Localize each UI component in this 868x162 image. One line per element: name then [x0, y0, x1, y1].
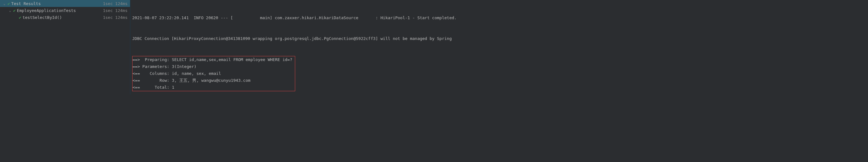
test-root-row[interactable]: ⌄ ✔ Test Results 1sec 124ms [0, 0, 130, 7]
test-root-label: Test Results [11, 1, 41, 6]
test-results-panel: ⌄ ✔ Test Results 1sec 124ms ⌄ ✔ Employee… [0, 0, 130, 94]
console-output[interactable]: 2021-08-07 23:22:20.141 INFO 20620 --- [… [130, 0, 868, 94]
console-line: JDBC Connection [HikariProxyConnection@3… [132, 35, 866, 42]
test-method-time: 1sec 124ms [103, 15, 127, 20]
test-method-label: testSelectById() [23, 15, 62, 20]
sql-debug-box: ==> Preparing: SELECT id,name,sex,email … [132, 56, 866, 91]
test-suite-label: EmployeeApplicationTests [17, 8, 76, 13]
console-line: 2021-08-07 23:22:20.141 INFO 20620 --- [… [132, 15, 866, 21]
chevron-down-icon[interactable]: ⌄ [8, 8, 12, 12]
console-line: <== Columns: id, name, sex, email [132, 71, 221, 76]
test-root-time: 1sec 124ms [103, 1, 127, 6]
check-icon: ✔ [19, 15, 21, 20]
test-method-row[interactable]: ✔ testSelectById() 1sec 124ms [0, 14, 130, 21]
console-line: <== Total: 1 [132, 85, 174, 90]
check-icon: ✔ [7, 1, 10, 6]
console-line: ==> Parameters: 3(Integer) [132, 64, 196, 69]
test-suite-row[interactable]: ⌄ ✔ EmployeeApplicationTests 1sec 124ms [0, 7, 130, 14]
console-line: ==> Preparing: SELECT id,name,sex,email … [132, 57, 295, 62]
test-suite-time: 1sec 124ms [103, 8, 127, 13]
check-icon: ✔ [13, 8, 16, 13]
console-line: <== Row: 3, 王五, 男, wangwu@cunyu1943.com [132, 78, 251, 83]
chevron-down-icon[interactable]: ⌄ [2, 2, 6, 6]
